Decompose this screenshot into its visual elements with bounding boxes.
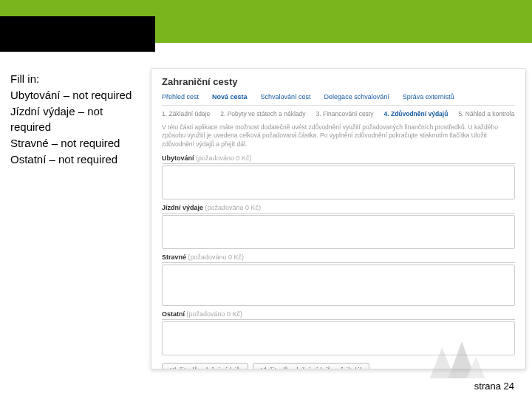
app-title: Zahraniční cesty: [162, 76, 515, 87]
tab-prehled[interactable]: Přehled cest: [162, 93, 199, 100]
slide-content: Fill in: Ubytování – not required Jízdní…: [10, 68, 526, 369]
save-next-button[interactable]: Uložit zdůvodnění výdajů a přejít dál: [253, 363, 370, 369]
ubytovani-textarea[interactable]: [162, 166, 515, 200]
instruction-line: Ostatní – not required: [10, 151, 143, 168]
instruction-line: Ubytování – not required: [10, 87, 143, 103]
instruction-text: Fill in: Ubytování – not required Jízdní…: [10, 68, 143, 369]
step-5[interactable]: 5. Náhled a kontrola: [458, 110, 514, 117]
step-3[interactable]: 3. Financování cesty: [316, 110, 374, 117]
label-hint: (požadováno 0 Kč): [187, 310, 243, 318]
title-block: [0, 16, 155, 52]
tab-bar: Přehled cest Nová cesta Schvalování cest…: [162, 93, 515, 106]
label-text: Ubytování: [162, 154, 194, 162]
intro-text: V této části aplikace máte možnost dodat…: [162, 123, 515, 149]
field-stravne: Stravné (požadováno 0 Kč): [162, 253, 515, 306]
step-1[interactable]: 1. Základní údaje: [162, 110, 210, 117]
stravne-textarea[interactable]: [162, 265, 515, 306]
jizdni-textarea[interactable]: [162, 215, 515, 249]
label-text: Ostatní: [162, 310, 185, 318]
field-jizdni: Jízdní výdaje (požadováno 0 Kč): [162, 204, 515, 249]
field-label: Ubytování (požadováno 0 Kč): [162, 154, 515, 164]
instruction-line: Jízdní výdaje – not required: [10, 103, 143, 136]
tab-nova-cesta[interactable]: Nová cesta: [212, 93, 248, 100]
field-label: Stravné (požadováno 0 Kč): [162, 253, 515, 263]
field-label: Ostatní (požadováno 0 Kč): [162, 310, 515, 320]
field-ostatni: Ostatní (požadováno 0 Kč): [162, 310, 515, 355]
label-hint: (požadováno 0 Kč): [188, 253, 245, 261]
save-button[interactable]: Uložit zdůvodnění výdajů: [162, 363, 248, 369]
instruction-line: Stravné – not required: [10, 135, 143, 151]
field-label: Jízdní výdaje (požadováno 0 Kč): [162, 204, 515, 214]
label-hint: (požadováno 0 Kč): [205, 204, 262, 211]
field-ubytovani: Ubytování (požadováno 0 Kč): [162, 154, 515, 200]
tab-schvalovani[interactable]: Schvalování cest: [261, 93, 311, 100]
instruction-heading: Fill in:: [10, 71, 143, 87]
wizard-steps: 1. Základní údaje 2. Pobyty ve státech a…: [162, 110, 515, 117]
app-screenshot: Zahraniční cesty Přehled cest Nová cesta…: [151, 68, 526, 369]
ostatni-textarea[interactable]: [162, 321, 515, 355]
step-4[interactable]: 4. Zdůvodnění výdajů: [383, 110, 448, 117]
page-footer: strana 24: [474, 381, 514, 392]
step-2[interactable]: 2. Pobyty ve státech a náklady: [220, 110, 305, 117]
label-text: Jízdní výdaje: [162, 204, 203, 211]
label-text: Stravné: [162, 253, 186, 261]
tab-externisti[interactable]: Správa externistů: [403, 93, 454, 100]
tab-delegace[interactable]: Delegace schvalování: [324, 93, 389, 100]
label-hint: (požadováno 0 Kč): [196, 154, 252, 162]
button-row: Uložit zdůvodnění výdajů Uložit zdůvodně…: [162, 363, 515, 369]
